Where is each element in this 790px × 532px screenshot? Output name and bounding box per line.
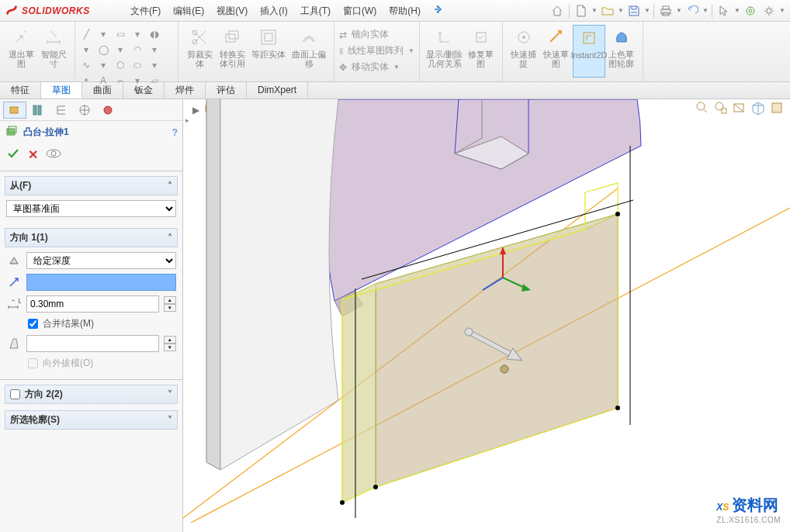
cmdtab-焊件[interactable]: 焊件	[165, 82, 206, 98]
rebuild-icon[interactable]	[742, 2, 759, 19]
trim-button[interactable]: 剪裁实体	[183, 25, 216, 78]
cmdtab-评估[interactable]: 评估	[206, 82, 247, 98]
help-icon[interactable]: ?	[172, 127, 178, 138]
app-logo: SOLIDWORKS	[0, 4, 124, 18]
shaded-contour-button[interactable]: 上色草图轮廓	[605, 25, 638, 78]
ok-button[interactable]	[6, 147, 20, 163]
save-icon[interactable]	[625, 2, 643, 19]
svg-point-5	[767, 9, 771, 13]
undo-icon[interactable]	[684, 2, 701, 19]
sketch-tools-grid[interactable]: ╱▾ ▭▾ ◖◗▾ ◯▾ ◠▾ ∿▾ ⬡ ⬭▾ • A ⌐▾ ▱	[80, 25, 173, 87]
open-icon[interactable]	[599, 2, 616, 19]
relations-button[interactable]: 显示/删除几何关系	[424, 25, 465, 78]
property-manager: 凸台-拉伸1 ? ✕ 从(F)˄ 草图基准面 方向 1(1)˄ 给定深度	[0, 99, 183, 532]
instant2d-button[interactable]: Instant2D	[573, 25, 605, 78]
cmdtab-草图[interactable]: 草图	[41, 82, 82, 98]
offset-button[interactable]: 等距实体	[248, 25, 289, 78]
pm-tab-appearance[interactable]	[96, 102, 120, 119]
ellipse-icon[interactable]: ⬭	[131, 59, 144, 71]
svg-rect-8	[226, 34, 235, 42]
splitter-handle[interactable]: ▸	[183, 116, 191, 132]
move-button[interactable]: ✥移动实体▼	[339, 60, 414, 74]
svg-rect-15	[584, 33, 594, 43]
spin-down[interactable]: ▾	[164, 304, 176, 312]
depth-input[interactable]	[26, 295, 159, 313]
dir-arrow-icon	[6, 275, 22, 290]
dir2-section-header[interactable]: 方向 2(2)˅	[5, 385, 178, 404]
extrude-icon	[5, 124, 19, 140]
pin-icon[interactable]	[427, 5, 449, 16]
exit-sketch-button[interactable]: 退出草图	[5, 25, 37, 78]
select-icon[interactable]	[716, 2, 733, 19]
model-scene	[183, 99, 790, 532]
cmdtab-曲面[interactable]: 曲面	[82, 82, 123, 98]
from-select[interactable]: 草图基准面	[6, 200, 176, 217]
svg-rect-17	[33, 105, 36, 115]
graphics-viewport[interactable]: ▶ 029 (默认< <默认>_显示...	[183, 99, 790, 532]
contours-section-header[interactable]: 所选轮廓(S)˅	[5, 410, 178, 430]
svg-rect-16	[10, 107, 18, 113]
smart-dim-button[interactable]: 智能尺寸	[37, 25, 70, 78]
menu-插入[interactable]: 插入(I)	[254, 0, 293, 22]
convert-button[interactable]: 转换实体引用	[216, 25, 248, 78]
pattern-button[interactable]: ⫴线性草图阵列▼	[339, 44, 414, 57]
svg-rect-10	[262, 30, 275, 44]
pm-tab-display[interactable]	[73, 102, 96, 119]
menu-帮助[interactable]: 帮助(H)	[383, 0, 427, 22]
mirror-button[interactable]: ⇄镜向实体	[339, 28, 414, 41]
home-icon[interactable]	[549, 2, 566, 19]
polygon-icon[interactable]: ⬡	[114, 59, 126, 71]
print-icon[interactable]	[657, 2, 674, 19]
menu-编辑[interactable]: 编辑(E)	[167, 0, 210, 22]
reverse-dir-icon[interactable]	[6, 253, 22, 268]
svg-rect-9	[229, 31, 238, 39]
pm-tab-feature[interactable]	[3, 102, 26, 119]
options-icon[interactable]	[761, 2, 778, 19]
quick-access-toolbar: ▼ ▼ ▼ ▼ ▼ ▼ ▼	[549, 2, 790, 19]
spin-down[interactable]: ▾	[164, 344, 176, 351]
arc-icon[interactable]: ◠	[131, 43, 144, 56]
dir1-vector-input[interactable]	[26, 274, 176, 291]
cmdtab-钣金[interactable]: 钣金	[123, 82, 165, 98]
cmdtab-DimXpert[interactable]: DimXpert	[247, 82, 308, 98]
quick-snap-button[interactable]: 快速捕捉	[508, 25, 540, 78]
from-section-header[interactable]: 从(F)˄	[5, 176, 178, 195]
spline-icon[interactable]: ∿	[80, 59, 92, 71]
slot-icon[interactable]: ◖◗	[148, 28, 161, 40]
pm-tab-tree[interactable]	[50, 102, 73, 119]
spin-up[interactable]: ▴	[164, 296, 176, 304]
pm-tab-config[interactable]	[26, 102, 50, 119]
new-icon[interactable]	[573, 2, 590, 19]
feature-title: 凸台-拉伸1	[23, 126, 69, 139]
svg-point-20	[104, 106, 112, 114]
draft-input[interactable]	[26, 335, 159, 352]
menu-视图[interactable]: 视图(V)	[210, 0, 254, 22]
dir1-section-header[interactable]: 方向 1(1)˄	[5, 228, 178, 247]
svg-rect-1	[663, 6, 669, 9]
repair-button[interactable]: 修复草图	[465, 25, 497, 78]
svg-point-44	[615, 406, 620, 410]
circle-icon[interactable]: ◯	[97, 43, 109, 56]
menu-窗口[interactable]: 窗口(W)	[337, 0, 383, 22]
dir2-checkbox[interactable]	[10, 389, 20, 399]
spin-up[interactable]: ▴	[164, 336, 176, 344]
draft-icon[interactable]	[6, 336, 22, 351]
svg-point-45	[373, 485, 378, 489]
chevron-up-icon: ˄	[168, 181, 172, 192]
depth-icon: D1	[6, 296, 22, 312]
menu-工具[interactable]: 工具(T)	[294, 0, 337, 22]
svg-rect-18	[38, 105, 41, 115]
preview-icon[interactable]	[46, 148, 61, 161]
rect-icon[interactable]: ▭	[114, 28, 126, 40]
merge-checkbox[interactable]	[28, 319, 38, 329]
cancel-button[interactable]: ✕	[28, 147, 38, 162]
quick-sketch-button[interactable]: 快速草图	[540, 25, 573, 78]
curve-offset-button[interactable]: 曲面上偏移	[289, 25, 329, 78]
line-icon[interactable]: ╱	[80, 28, 92, 40]
svg-point-43	[615, 212, 620, 216]
menu-bar: 文件(F)编辑(E)视图(V)插入(I)工具(T)窗口(W)帮助(H)	[124, 0, 427, 22]
watermark: XS 资料网 ZL.XS1616.COM	[716, 495, 781, 524]
dir1-mode-select[interactable]: 给定深度	[26, 252, 176, 269]
cmdtab-特征[interactable]: 特征	[0, 82, 41, 98]
menu-文件[interactable]: 文件(F)	[124, 0, 167, 22]
